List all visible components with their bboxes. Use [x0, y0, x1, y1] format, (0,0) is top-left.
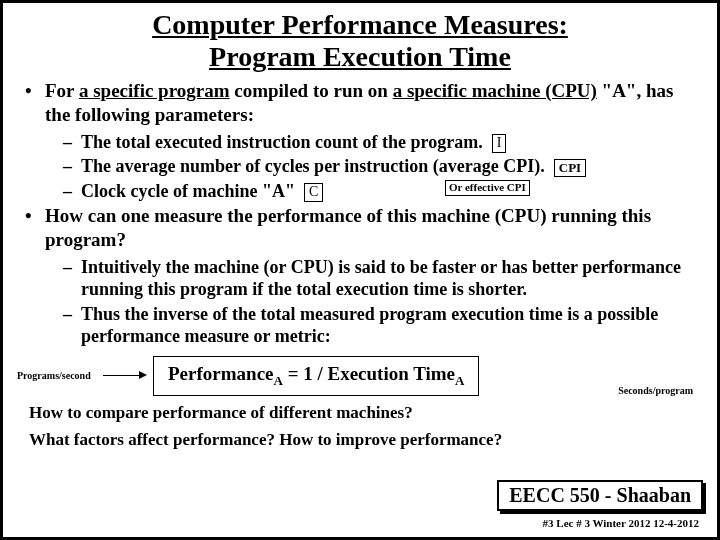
sub-2: The average number of cycles per instruc… [45, 155, 703, 178]
b1-u2: a specific machine (CPU) [393, 80, 597, 101]
title-line-2: Program Execution Time [209, 41, 511, 72]
sub-list-2: Intuitively the machine (or CPU) is said… [45, 256, 703, 348]
effective-cpi-label: Or effective CPI [445, 180, 530, 196]
main-list: For a specific program compiled to run o… [17, 79, 703, 348]
b1-pre: For [45, 80, 79, 101]
programs-per-second-label: Programs/second [17, 371, 103, 381]
b2-text: How can one measure the performance of t… [45, 205, 651, 250]
s2-text: The average number of cycles per instruc… [81, 156, 545, 176]
s5-text: Thus the inverse of the total measured p… [81, 304, 658, 347]
formula-box: PerformanceA = 1 / Execution TimeA [153, 356, 479, 396]
i-box: I [492, 134, 507, 153]
secprog-text: Seconds/program [618, 385, 693, 396]
arrow-icon [103, 375, 147, 376]
footer-meta: #3 Lec # 3 Winter 2012 12-4-2012 [543, 517, 699, 529]
sub-5: Thus the inverse of the total measured p… [45, 303, 703, 348]
sub-4: Intuitively the machine (or CPU) is said… [45, 256, 703, 301]
b1-u1: a specific program [79, 80, 230, 101]
slide: Computer Performance Measures: Program E… [0, 0, 720, 540]
formula-exectime: Execution Time [328, 363, 456, 384]
b1-mid: compiled to run on [230, 80, 393, 101]
s4-text: Intuitively the machine (or CPU) is said… [81, 257, 681, 300]
seconds-per-program-label: Seconds/program [618, 385, 693, 396]
formula-row: Programs/second PerformanceA = 1 / Execu… [17, 356, 703, 396]
slide-title: Computer Performance Measures: Program E… [17, 9, 703, 73]
question-1: How to compare performance of different … [29, 402, 703, 425]
formula-performance: Performance [168, 363, 274, 384]
s1-text: The total executed instruction count of … [81, 132, 483, 152]
title-line-1: Computer Performance Measures: [152, 9, 568, 40]
s3-text: Clock cycle of machine "A" [81, 181, 295, 201]
formula-sub-a2: A [455, 373, 464, 388]
bullet-1: For a specific program compiled to run o… [17, 79, 703, 202]
course-footer-box: EECC 550 - Shaaban [497, 480, 703, 511]
sub-3: Clock cycle of machine "A" C Or effectiv… [45, 180, 703, 203]
sub-list-1: The total executed instruction count of … [45, 131, 703, 203]
formula-sub-a1: A [274, 373, 283, 388]
bullet-2: How can one measure the performance of t… [17, 204, 703, 348]
cpi-annotation: CPI [554, 159, 586, 177]
formula-eq: = 1 / [283, 363, 328, 384]
c-box: C [304, 183, 323, 202]
sub-1: The total executed instruction count of … [45, 131, 703, 154]
question-2: What factors affect performance? How to … [29, 429, 703, 452]
